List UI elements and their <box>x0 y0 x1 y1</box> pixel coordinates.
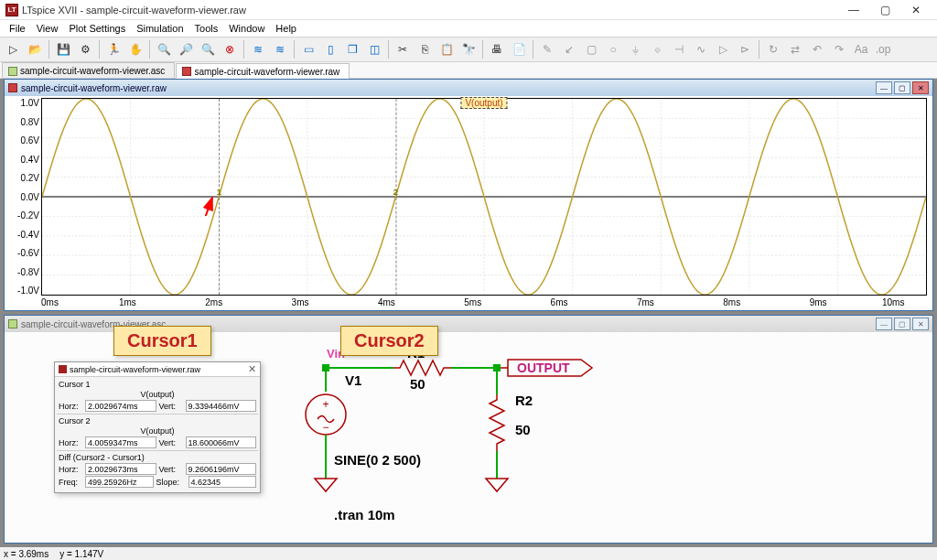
menu-plot-settings[interactable]: Plot Settings <box>63 22 131 35</box>
resistor-button[interactable]: ⟐ <box>647 39 667 59</box>
print-button[interactable]: 🖶 <box>487 39 507 59</box>
waveform-svg: 1 2 <box>42 99 926 295</box>
document-tabs: sample-circuit-waveform-viewer.asc sampl… <box>0 62 937 79</box>
zoom-extents-button[interactable]: ⊗ <box>220 39 240 59</box>
waveform-window-title: sample-circuit-waveform-viewer.raw <box>21 83 167 93</box>
menu-tools[interactable]: Tools <box>189 22 224 35</box>
diode-button[interactable]: ▷ <box>713 39 733 59</box>
tab-asc-label: sample-circuit-waveform-viewer.asc <box>20 66 165 76</box>
y-tick: 0.2V <box>20 173 39 183</box>
resistor-r1[interactable] <box>393 361 451 375</box>
draw-wire-button[interactable]: ✎ <box>537 39 557 59</box>
annotation-cursor2: Cursor2 <box>340 326 438 356</box>
y-tick: 0.0V <box>20 192 39 202</box>
cursor-1-marker[interactable]: 1 <box>216 99 221 295</box>
spice-directive-tran[interactable]: .tran 10m <box>334 507 395 522</box>
cursor-2-marker[interactable]: 2 <box>393 99 399 295</box>
x-tick: 5ms <box>464 297 481 310</box>
waveform-icon <box>8 83 17 92</box>
ground-symbol[interactable] <box>315 479 337 491</box>
schematic-maximize-button[interactable]: ▢ <box>894 318 910 330</box>
waveform-window-titlebar[interactable]: sample-circuit-waveform-viewer.raw — ▢ ✕ <box>5 80 932 96</box>
waveform-x-axis[interactable]: 0ms 1ms 2ms 3ms 4ms 5ms 6ms 7ms 8ms 9ms … <box>41 297 927 310</box>
y-tick: 0.6V <box>20 135 39 145</box>
draw-line-button[interactable]: ↙ <box>559 39 579 59</box>
svg-text:−: − <box>322 421 328 434</box>
waveform-window: sample-circuit-waveform-viewer.raw — ▢ ✕… <box>4 79 933 311</box>
svg-rect-30 <box>493 364 501 372</box>
menu-file[interactable]: File <box>4 22 31 35</box>
add-plot-pane-button[interactable]: ≋ <box>270 39 290 59</box>
new-schematic-button[interactable]: ▷ <box>3 39 23 59</box>
resistor-r2[interactable] <box>490 394 504 451</box>
spice-directive-button[interactable]: .op <box>873 39 893 59</box>
component-button[interactable]: ⊳ <box>735 39 755 59</box>
waveform-plot[interactable]: V(output) <box>41 98 927 310</box>
autorange-button[interactable]: ≋ <box>248 39 268 59</box>
ground-button[interactable]: ⏚ <box>625 39 645 59</box>
r1-value[interactable]: 50 <box>410 376 425 392</box>
menu-simulation[interactable]: Simulation <box>131 22 188 35</box>
rotate-button[interactable]: ↻ <box>763 39 783 59</box>
save-button[interactable]: 💾 <box>53 39 73 59</box>
waveform-minimize-button[interactable]: — <box>876 81 892 94</box>
schematic-canvas[interactable]: sample-circuit-waveform-viewer.raw ✕ Cur… <box>5 332 932 543</box>
schematic-minimize-button[interactable]: — <box>876 318 892 330</box>
menu-help[interactable]: Help <box>270 22 302 35</box>
waveform-maximize-button[interactable]: ▢ <box>894 81 910 94</box>
waveform-body: 1.0V 0.8V 0.6V 0.4V 0.2V 0.0V -0.2V -0.4… <box>5 96 932 310</box>
zoom-out-button[interactable]: 🔍 <box>198 39 218 59</box>
open-button[interactable]: 📂 <box>25 39 45 59</box>
find-button[interactable]: 🔭 <box>458 39 479 59</box>
ground-symbol[interactable] <box>486 479 508 491</box>
mirror-button[interactable]: ⇄ <box>785 39 805 59</box>
inductor-button[interactable]: ∿ <box>691 39 711 59</box>
print-setup-button[interactable]: 📄 <box>509 39 529 59</box>
y-tick: -0.6V <box>17 248 39 258</box>
label-net-button[interactable]: Aa <box>851 39 871 59</box>
close-button[interactable]: ✕ <box>900 0 932 20</box>
capacitor-button[interactable]: ⊣ <box>669 39 689 59</box>
draw-rect-button[interactable]: ▢ <box>581 39 601 59</box>
waveform-close-button[interactable]: ✕ <box>912 81 929 94</box>
status-y: y = 1.147V <box>59 549 103 559</box>
copy-button[interactable]: ⎘ <box>415 39 435 59</box>
close-all-button[interactable]: ◫ <box>364 39 384 59</box>
paste-button[interactable]: 📋 <box>436 39 457 59</box>
v1-label[interactable]: V1 <box>345 372 361 388</box>
tile-vert-button[interactable]: ▯ <box>320 39 340 59</box>
tab-raw[interactable]: sample-circuit-waveform-viewer.raw <box>176 63 350 79</box>
x-tick: 9ms <box>810 297 827 310</box>
schematic-icon <box>8 67 17 76</box>
y-tick: -0.2V <box>17 210 39 221</box>
redo-button[interactable]: ↷ <box>829 39 849 59</box>
zoom-in-button[interactable]: 🔍 <box>154 39 174 59</box>
mdi-workspace: sample-circuit-waveform-viewer.raw — ▢ ✕… <box>0 79 937 547</box>
cut-button[interactable]: ✂ <box>393 39 413 59</box>
halt-button[interactable]: ✋ <box>125 39 145 59</box>
tab-asc[interactable]: sample-circuit-waveform-viewer.asc <box>2 62 175 78</box>
tile-horz-button[interactable]: ▭ <box>298 39 318 59</box>
draw-circle-button[interactable]: ○ <box>603 39 623 59</box>
maximize-button[interactable]: ▢ <box>869 0 900 20</box>
control-panel-button[interactable]: ⚙ <box>75 39 95 59</box>
r2-value[interactable]: 50 <box>515 422 531 437</box>
zoom-pan-button[interactable]: 🔎 <box>176 39 196 59</box>
undo-button[interactable]: ↶ <box>807 39 827 59</box>
minimize-button[interactable]: — <box>838 0 869 20</box>
cascade-button[interactable]: ❐ <box>342 39 362 59</box>
x-tick: 3ms <box>292 297 309 310</box>
trace-label[interactable]: V(output) <box>460 97 507 109</box>
net-label-output[interactable]: OUTPUT <box>501 360 592 376</box>
schematic-close-button[interactable]: ✕ <box>912 318 929 330</box>
menu-window[interactable]: Window <box>223 22 270 35</box>
menu-view[interactable]: View <box>31 22 64 35</box>
svg-text:2: 2 <box>393 187 399 197</box>
x-tick: 4ms <box>378 297 395 310</box>
window-title: LTspice XVII - sample-circuit-waveform-v… <box>22 5 838 16</box>
r2-label[interactable]: R2 <box>515 393 533 408</box>
waveform-y-axis[interactable]: 1.0V 0.8V 0.6V 0.4V 0.2V 0.0V -0.2V -0.4… <box>5 96 41 310</box>
run-button[interactable]: 🏃 <box>103 39 124 59</box>
toolbar: ▷ 📂 💾 ⚙ 🏃 ✋ 🔍 🔎 🔍 ⊗ ≋ ≋ ▭ ▯ ❐ ◫ ✂ ⎘ 📋 🔭 … <box>0 37 937 62</box>
v1-value[interactable]: SINE(0 2 500) <box>334 452 421 468</box>
